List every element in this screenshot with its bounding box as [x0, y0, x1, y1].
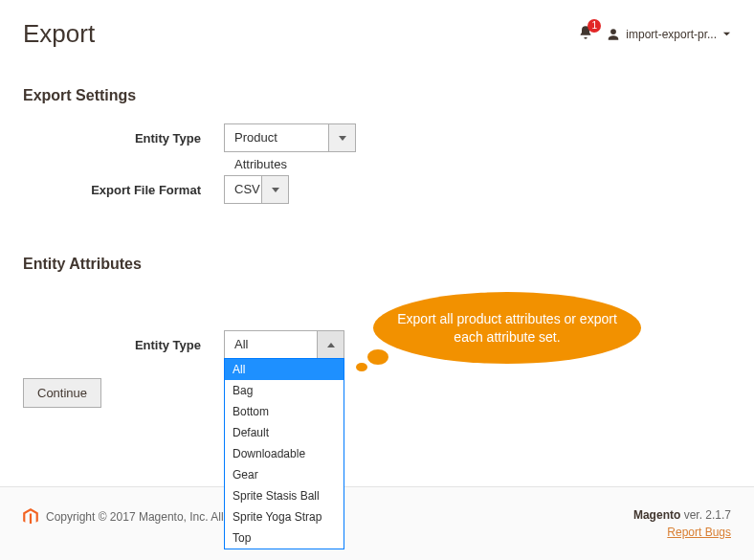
attr-entity-type-label: Entity Type: [23, 338, 224, 352]
chevron-down-icon: [272, 188, 279, 192]
entity-type-label: Entity Type: [23, 131, 224, 146]
footer: Copyright © 2017 Magento, Inc. All rig M…: [0, 486, 754, 560]
file-format-label: Export File Format: [23, 183, 224, 197]
entity-type-value: Product Attributes: [224, 123, 329, 152]
dropdown-option[interactable]: Gear: [225, 464, 344, 485]
file-format-value: CSV: [224, 175, 262, 204]
entity-attributes-heading: Entity Attributes: [0, 210, 754, 286]
attr-entity-type-value: All: [224, 330, 318, 359]
file-format-toggle[interactable]: [262, 175, 289, 204]
copyright-text: Copyright © 2017 Magento, Inc. All rig: [46, 510, 239, 524]
dropdown-option[interactable]: Default: [225, 422, 344, 443]
product-name: Magento: [633, 508, 680, 522]
tooltip-tail: [367, 349, 388, 365]
header-actions: 1 import-export-pr...: [578, 25, 731, 43]
page-title: Export: [23, 19, 95, 49]
attr-entity-type-toggle[interactable]: [318, 330, 344, 359]
tooltip-text: Export all product attributes or export …: [373, 292, 641, 364]
notifications-button[interactable]: 1: [578, 25, 593, 43]
dropdown-option[interactable]: Sprite Yoga Strap: [225, 506, 344, 527]
chevron-down-icon: [339, 136, 346, 141]
entity-type-toggle[interactable]: [329, 123, 356, 152]
dropdown-option[interactable]: Top: [225, 527, 344, 549]
dropdown-option[interactable]: Bottom: [225, 401, 344, 422]
attr-entity-type-options: AllBagBottomDefaultDownloadableGearSprit…: [224, 358, 344, 549]
tooltip-tail: [356, 363, 367, 371]
dropdown-option[interactable]: Bag: [225, 380, 344, 401]
export-settings-heading: Export Settings: [0, 58, 754, 118]
version-text: ver. 2.1.7: [680, 508, 731, 522]
notification-badge: 1: [588, 19, 601, 33]
dropdown-option[interactable]: Sprite Stasis Ball: [225, 485, 344, 506]
user-menu[interactable]: import-export-pr...: [607, 28, 731, 41]
user-icon: [607, 28, 620, 41]
entity-type-select[interactable]: Product Attributes: [224, 123, 356, 152]
continue-button[interactable]: Continue: [23, 378, 101, 408]
dropdown-option[interactable]: All: [225, 359, 344, 380]
magento-logo-icon: [23, 508, 38, 526]
tooltip-callout: Export all product attributes or export …: [373, 292, 641, 364]
dropdown-option[interactable]: Downloadable: [225, 443, 344, 464]
chevron-up-icon: [327, 343, 335, 347]
file-format-select[interactable]: CSV: [224, 175, 289, 204]
username-label: import-export-pr...: [626, 28, 717, 41]
report-bugs-link[interactable]: Report Bugs: [667, 526, 731, 539]
chevron-down-icon: [722, 30, 731, 38]
attr-entity-type-select[interactable]: All AllBagBottomDefaultDownloadableGearS…: [224, 330, 344, 359]
